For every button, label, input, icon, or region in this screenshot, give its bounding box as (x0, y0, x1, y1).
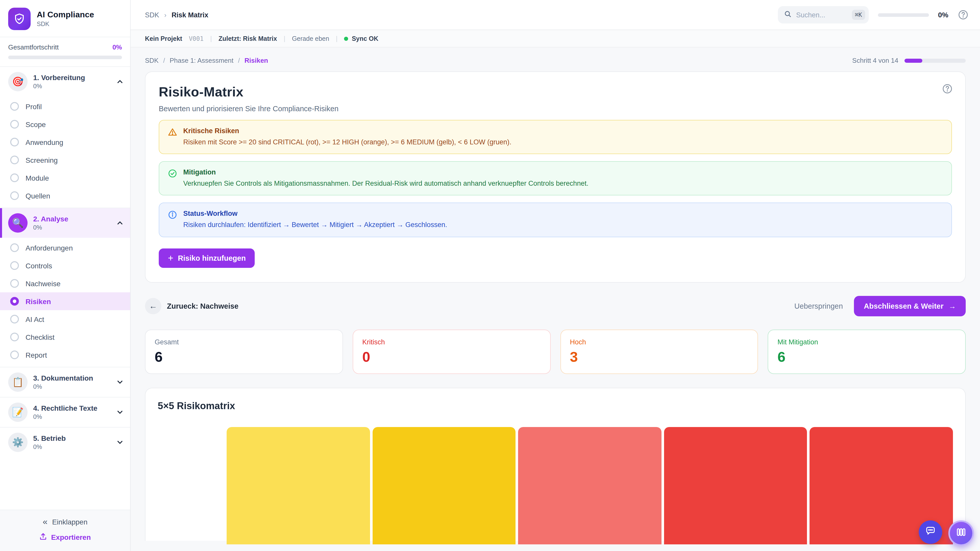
stat-card-kritisch: Kritisch 0 (353, 329, 551, 374)
search-icon (784, 10, 792, 20)
section-title: 4. Rechtliche Texte (33, 404, 111, 413)
columns-icon (956, 527, 967, 540)
sidebar-section-rechtliche-texte[interactable]: 📝 4. Rechtliche Texte 0% (0, 397, 130, 427)
collapse-sidebar-button[interactable]: « Einklappen (43, 517, 88, 526)
add-risk-button[interactable]: + Risiko hinzufuegen (159, 248, 255, 268)
page-breadcrumb: SDK / Phase 1: Assessment / Risiken (145, 57, 268, 64)
radio-icon (10, 351, 19, 359)
sync-ok-dot-icon (344, 37, 348, 41)
sidebar-item-controls[interactable]: Controls (0, 257, 130, 275)
overall-progress-bar (8, 56, 122, 59)
infobox-title: Status-Workflow (183, 210, 447, 218)
section-title: 1. Vorbereitung (33, 73, 111, 83)
radio-icon (10, 120, 19, 129)
sidebar-item-nachweise[interactable]: Nachweise (0, 275, 130, 292)
sync-status: Sync OK (344, 35, 378, 42)
breadcrumb-sdk[interactable]: SDK (145, 57, 159, 64)
mitigation-infobox: Mitigation Verknuepfen Sie Controls als … (159, 161, 952, 195)
sidebar-item-screening[interactable]: Screening (0, 151, 130, 169)
section-percent: 0% (33, 383, 111, 391)
radio-icon (10, 279, 19, 288)
back-button[interactable]: ← Zurueck: Nachweise (145, 298, 239, 314)
last-visited: Zuletzt: Risk Matrix (218, 35, 277, 42)
skip-button[interactable]: Ueberspringen (794, 302, 843, 310)
page-content: SDK / Phase 1: Assessment / Risiken Schr… (130, 48, 980, 551)
chat-bubble-icon (925, 526, 936, 539)
finish-next-button[interactable]: Abschliessen & Weiter → (854, 295, 966, 316)
radio-selected-icon (10, 297, 19, 306)
sidebar-footer: « Einklappen Exportieren (0, 510, 130, 551)
chevron-down-icon (117, 439, 123, 445)
sidebar-section-dokumentation[interactable]: 📋 3. Dokumentation 0% (0, 367, 130, 397)
app-window: AI Compliance SDK Gesamtfortschritt 0% 🎯… (0, 0, 980, 551)
magnifier-emoji-icon: 🔍 (8, 213, 27, 233)
matrix-row-label-gutter (158, 427, 224, 544)
risk-matrix-grid-card: 5×5 Risikomatrix (145, 387, 966, 540)
sidebar-item-checklist[interactable]: Checklist (0, 328, 130, 346)
sidebar-item-report[interactable]: Report (0, 346, 130, 364)
status-bar: Kein Projekt V001 | Zuletzt: Risk Matrix… (130, 30, 980, 48)
infobox-text: Risiken mit Score >= 20 sind CRITICAL (r… (183, 138, 511, 147)
section-percent: 0% (33, 413, 111, 421)
radio-icon (10, 333, 19, 341)
radio-icon (10, 243, 19, 252)
separator: | (336, 35, 338, 42)
app-subtitle: SDK (37, 21, 94, 27)
help-icon[interactable] (958, 9, 969, 21)
sidebar-item-profil[interactable]: Profil (0, 97, 130, 115)
matrix-cell[interactable] (664, 427, 807, 544)
chevron-down-icon (117, 379, 123, 385)
section-title: 3. Dokumentation (33, 374, 111, 383)
arrow-left-icon: ← (145, 298, 161, 314)
infobox-text: Risiken durchlaufen: Identifiziert → Bew… (183, 221, 447, 230)
sidebar-item-anwendung[interactable]: Anwendung (0, 133, 130, 151)
matrix-cell[interactable] (372, 427, 515, 544)
matrix-cell[interactable] (227, 427, 370, 544)
infobox-title: Mitigation (183, 168, 589, 176)
radio-icon (10, 261, 19, 270)
overall-progress: Gesamtfortschritt 0% (0, 37, 130, 66)
section-percent: 0% (33, 444, 111, 451)
status-workflow-infobox: Status-Workflow Risiken durchlaufen: Ide… (159, 203, 952, 237)
sidebar-nav: 🎯 1. Vorbereitung 0% Profil Scope Anwend… (0, 67, 130, 510)
separator: | (210, 35, 212, 42)
risk-matrix-grid (158, 427, 953, 544)
sidebar-item-anforderungen[interactable]: Anforderungen (0, 239, 130, 257)
breadcrumb-root[interactable]: SDK (145, 11, 159, 19)
sidebar-item-ai-act[interactable]: AI Act (0, 310, 130, 328)
app-title: AI Compliance (37, 10, 94, 19)
sidebar-section-analyse[interactable]: 🔍 2. Analyse 0% (0, 208, 130, 238)
chevron-up-icon (117, 79, 123, 85)
board-columns-fab-button[interactable] (948, 520, 974, 546)
plus-icon: + (168, 253, 173, 262)
header-progress-bar (878, 13, 929, 17)
header-progress-percent: 0% (938, 11, 948, 19)
upload-icon (39, 533, 47, 542)
sidebar-item-risiken[interactable]: Risiken (0, 292, 130, 310)
sidebar-item-module[interactable]: Module (0, 169, 130, 187)
memo-emoji-icon: 📝 (8, 403, 27, 422)
gear-emoji-icon: ⚙️ (8, 433, 27, 452)
info-circle-icon (168, 210, 177, 222)
wizard-nav-row: ← Zurueck: Nachweise Ueberspringen Absch… (145, 295, 966, 316)
search-placeholder: Suchen... (796, 11, 847, 19)
sidebar: AI Compliance SDK Gesamtfortschritt 0% 🎯… (0, 0, 130, 551)
export-button[interactable]: Exportieren (39, 533, 91, 542)
overall-progress-percent: 0% (112, 43, 122, 51)
main-area: SDK › Risk Matrix Suchen... ⌘K 0% (130, 0, 980, 551)
version-badge: V001 (189, 35, 204, 42)
help-icon[interactable] (942, 83, 953, 94)
matrix-cell[interactable] (518, 427, 661, 544)
sidebar-item-scope[interactable]: Scope (0, 115, 130, 133)
sidebar-item-quellen[interactable]: Quellen (0, 187, 130, 205)
search-input[interactable]: Suchen... ⌘K (778, 6, 869, 24)
sidebar-section-betrieb[interactable]: ⚙️ 5. Betrieb 0% (0, 427, 130, 457)
keyboard-shortcut-badge: ⌘K (852, 10, 865, 20)
sidebar-section-vorbereitung[interactable]: 🎯 1. Vorbereitung 0% (0, 67, 130, 97)
stats-row: Gesamt 6 Kritisch 0 Hoch 3 Mit Mitigatio… (145, 329, 966, 374)
warning-triangle-icon (168, 127, 177, 139)
project-name: Kein Projekt (145, 35, 182, 42)
breadcrumb-phase[interactable]: Phase 1: Assessment (170, 57, 234, 64)
radio-icon (10, 315, 19, 324)
chat-fab-button[interactable] (919, 520, 942, 544)
